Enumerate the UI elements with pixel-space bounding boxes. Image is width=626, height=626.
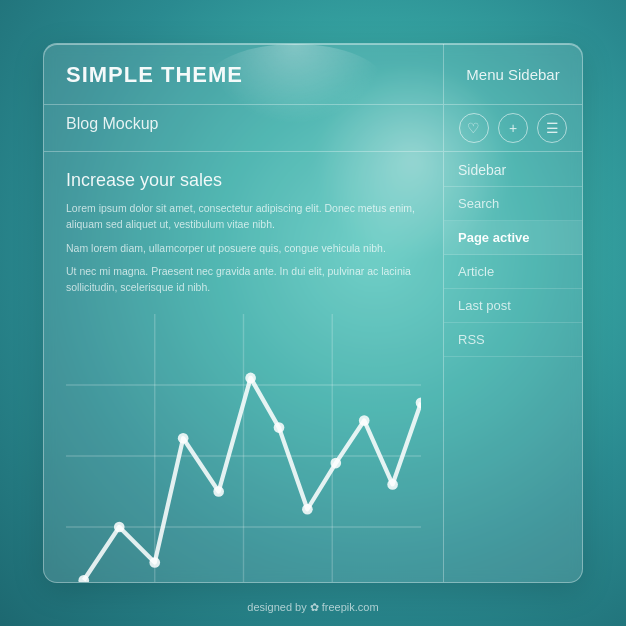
content-paragraph-1: Lorem ipsum dolor sit amet, consectetur … bbox=[66, 201, 421, 233]
nav-item-search[interactable]: Search bbox=[444, 187, 582, 221]
svg-point-10 bbox=[213, 486, 224, 497]
menu-icon[interactable]: ☰ bbox=[537, 113, 567, 143]
svg-point-11 bbox=[245, 372, 256, 383]
svg-point-15 bbox=[359, 415, 370, 426]
svg-point-13 bbox=[302, 504, 313, 515]
nav-item-rss[interactable]: RSS bbox=[444, 323, 582, 357]
content-headline: Increase your sales bbox=[66, 170, 421, 191]
header-row: SIMPLE THEME Menu Sidebar bbox=[44, 44, 582, 105]
site-title: SIMPLE THEME bbox=[66, 62, 421, 88]
chart-area bbox=[66, 314, 421, 568]
heart-icon[interactable]: ♡ bbox=[459, 113, 489, 143]
svg-point-16 bbox=[387, 479, 398, 490]
nav-item-page-active[interactable]: Page active bbox=[444, 221, 582, 255]
content-area: Increase your sales Lorem ipsum dolor si… bbox=[44, 152, 444, 582]
svg-point-17 bbox=[416, 397, 421, 408]
header-sidebar-area: Menu Sidebar bbox=[444, 44, 582, 104]
subheader-row: Blog Mockup ♡ + ☰ bbox=[44, 105, 582, 152]
sidebar-section-label: Sidebar bbox=[444, 152, 582, 187]
svg-point-12 bbox=[274, 422, 285, 433]
main-card: SIMPLE THEME Menu Sidebar Blog Mockup ♡ … bbox=[43, 43, 583, 583]
main-row: Increase your sales Lorem ipsum dolor si… bbox=[44, 152, 582, 582]
header-title-area: SIMPLE THEME bbox=[44, 44, 444, 104]
blog-mockup-area: Blog Mockup bbox=[44, 105, 444, 151]
content-paragraph-3: Ut nec mi magna. Praesent nec gravida an… bbox=[66, 264, 421, 296]
sidebar-nav: Sidebar Search Page active Article Last … bbox=[444, 152, 582, 582]
svg-point-7 bbox=[114, 521, 125, 532]
content-paragraph-2: Nam lorem diam, ullamcorper ut posuere q… bbox=[66, 241, 421, 257]
blog-mockup-label: Blog Mockup bbox=[66, 115, 421, 133]
footer: designed by ✿ freepik.com bbox=[0, 601, 626, 614]
plus-icon[interactable]: + bbox=[498, 113, 528, 143]
nav-item-last-post[interactable]: Last post bbox=[444, 289, 582, 323]
svg-point-14 bbox=[330, 458, 341, 469]
line-chart bbox=[66, 314, 421, 582]
svg-point-9 bbox=[178, 433, 189, 444]
nav-item-article[interactable]: Article bbox=[444, 255, 582, 289]
svg-point-8 bbox=[149, 557, 160, 568]
menu-sidebar-label: Menu Sidebar bbox=[460, 64, 566, 85]
footer-text: designed by ✿ freepik.com bbox=[247, 601, 378, 613]
icons-area: ♡ + ☰ bbox=[444, 105, 582, 151]
